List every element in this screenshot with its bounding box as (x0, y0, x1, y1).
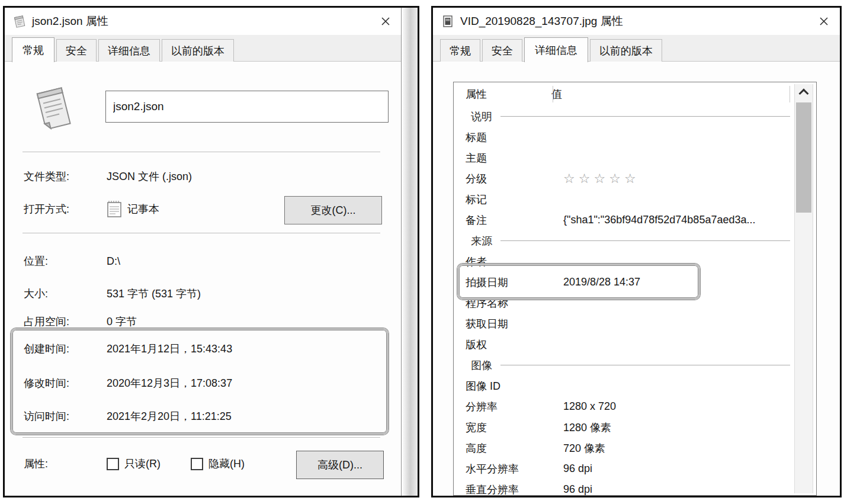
close-button[interactable] (379, 15, 392, 28)
group-header: 图像 (454, 355, 791, 375)
column-divider[interactable] (790, 86, 790, 102)
details-list: 属性 值 说明 标题 主题 分级☆☆☆☆☆ (453, 82, 817, 496)
general-tab-page: 文件类型: JSON 文件 (.json) 打开方式: 记事本 更改(C)... (5, 61, 402, 496)
open-with-value: 记事本 (127, 202, 159, 216)
location-label: 位置: (24, 254, 107, 268)
group-header: 说明 (454, 106, 791, 127)
accessed-label: 访问时间: (24, 409, 107, 423)
tab-previous-versions[interactable]: 以前的版本 (590, 39, 662, 62)
file-type-label: 文件类型: (24, 169, 107, 184)
attributes-label: 属性: (24, 457, 107, 471)
right-titlebar: VID_20190828_143707.jpg 属性 (433, 8, 840, 35)
detail-row[interactable]: 水平分辨率96 dpi (454, 458, 791, 479)
close-button[interactable] (817, 15, 830, 28)
accessed-value: 2021年2月20日，11:21:25 (107, 409, 232, 423)
chevron-up-icon (799, 89, 809, 99)
detail-row[interactable]: 备注{"sha1":"36bf94d78f52d74b85a7aed3a... (454, 210, 791, 230)
advanced-button[interactable]: 高级(D)... (296, 451, 384, 479)
details-rows: 说明 标题 主题 分级☆☆☆☆☆ 标记 备注{"sha1": (454, 106, 791, 496)
dialog-title: VID_20190828_143707.jpg 属性 (460, 14, 623, 29)
json-file-big-icon (30, 84, 76, 136)
detail-row-rating[interactable]: 分级☆☆☆☆☆ (454, 168, 791, 189)
detail-row[interactable]: 图像 ID (454, 375, 791, 396)
tab-details[interactable]: 详细信息 (524, 37, 588, 62)
readonly-checkbox[interactable] (107, 458, 119, 470)
group-rule (500, 365, 790, 365)
detail-row[interactable]: 主题 (454, 147, 791, 168)
tab-details[interactable]: 详细信息 (98, 39, 160, 62)
hidden-label: 隐藏(H) (208, 457, 245, 471)
separator (23, 437, 380, 438)
modified-value: 2020年12月3日，17:08:37 (107, 376, 232, 390)
details-list-header: 属性 值 (454, 82, 816, 106)
date-taken-highlight-annotation (457, 264, 700, 300)
close-icon (380, 16, 391, 27)
left-tabstrip: 常规 安全 详细信息 以前的版本 (5, 35, 402, 61)
details-tab-page: 属性 值 说明 标题 主题 分级☆☆☆☆☆ (433, 61, 840, 496)
details-scrollbar[interactable] (794, 84, 813, 493)
change-button[interactable]: 更改(C)... (284, 196, 382, 224)
file-type-value: JSON 文件 (.json) (107, 169, 192, 184)
notepad-file-icon (13, 15, 26, 28)
detail-row[interactable]: 高度720 像素 (454, 438, 791, 458)
rating-stars[interactable]: ☆☆☆☆☆ (563, 171, 640, 187)
readonly-label: 只读(R) (124, 457, 161, 471)
tab-general[interactable]: 常规 (12, 37, 54, 62)
notepad-app-icon (107, 200, 122, 218)
created-value: 2021年1月12日，15:43:43 (107, 342, 232, 356)
close-icon (819, 16, 829, 27)
image-file-icon (441, 15, 454, 28)
column-divider[interactable] (553, 86, 553, 102)
right-tabstrip: 常规 安全 详细信息 以前的版本 (433, 35, 840, 61)
detail-row[interactable]: 标记 (454, 189, 791, 210)
tab-previous-versions[interactable]: 以前的版本 (162, 39, 234, 62)
tab-general[interactable]: 常规 (440, 39, 480, 62)
tab-security[interactable]: 安全 (482, 39, 522, 62)
size-on-disk-label: 占用空间: (24, 314, 107, 329)
size-on-disk-value: 0 字节 (107, 314, 137, 329)
detail-row[interactable]: 版权 (454, 334, 791, 355)
detail-row[interactable]: 宽度1280 像素 (454, 417, 791, 438)
size-value: 531 字节 (531 字节) (107, 287, 201, 301)
group-header: 来源 (454, 230, 791, 251)
location-value: D:\ (107, 255, 120, 268)
separator (23, 233, 380, 233)
modified-label: 修改时间: (24, 376, 107, 390)
hidden-checkbox-group[interactable]: 隐藏(H) (191, 457, 245, 471)
left-titlebar: json2.json 属性 (5, 8, 402, 35)
separator (23, 152, 380, 152)
detail-row[interactable]: 标题 (454, 127, 791, 147)
size-label: 大小: (24, 287, 107, 301)
hidden-checkbox[interactable] (191, 458, 203, 470)
scan-edge-strip (401, 8, 418, 496)
tab-security[interactable]: 安全 (56, 39, 97, 62)
readonly-checkbox-group[interactable]: 只读(R) (107, 457, 191, 471)
left-properties-dialog: json2.json 属性 常规 安全 详细信息 以前的版本 (3, 6, 419, 497)
detail-row[interactable]: 垂直分辨率96 dpi (454, 479, 791, 496)
right-properties-dialog: VID_20190828_143707.jpg 属性 常规 安全 详细信息 以前… (431, 6, 842, 497)
created-label: 创建时间: (24, 342, 107, 356)
detail-row[interactable]: 获取日期 (454, 313, 791, 334)
dialog-title: json2.json 属性 (32, 14, 108, 29)
filename-input[interactable] (105, 91, 389, 123)
scrollbar-thumb[interactable] (796, 102, 811, 213)
scrollbar-up-button[interactable] (795, 84, 813, 101)
column-header-property[interactable]: 属性 (454, 87, 551, 101)
detail-row[interactable]: 分辨率1280 x 720 (454, 396, 791, 417)
group-rule (500, 116, 790, 117)
open-with-label: 打开方式: (24, 202, 107, 216)
group-rule (500, 240, 790, 241)
